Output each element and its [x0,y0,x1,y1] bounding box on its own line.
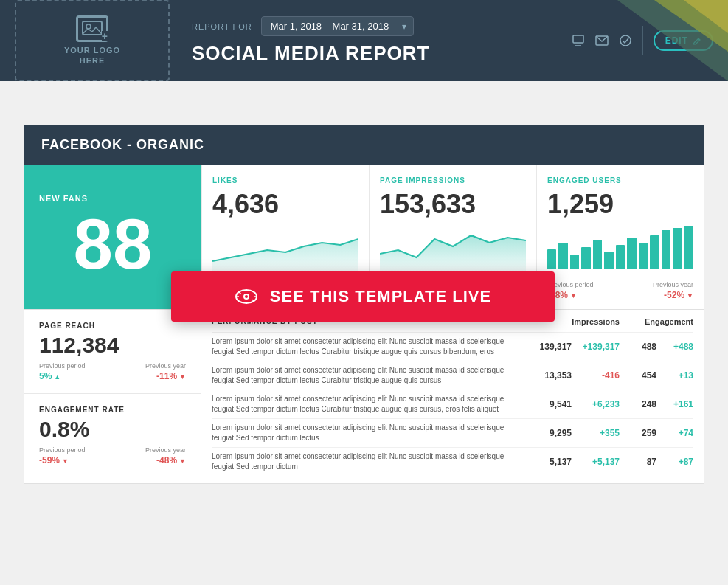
arrow-down-icon3 [687,290,693,300]
report-title: SOCIAL MEDIA REPORT [192,42,561,65]
bar [627,238,636,269]
perf-desc: Lorem ipsum dolor sit amet consectetur a… [212,423,527,443]
page-reach-value: 112,384 [39,333,186,358]
header: YOUR LOGO HERE REPORT FOR Mar 1, 2018 – … [0,0,728,81]
arrow-down-icon4 [179,371,186,381]
page-impressions-chart [380,224,526,275]
edit-button[interactable]: EDIT [654,30,713,51]
page-reach-footer: Previous period 5% Previous year -11% [39,362,186,381]
performance-rows: Lorem ipsum dolor sit amet consectetur a… [212,332,693,476]
perf-engagement: 259 [620,428,656,438]
perf-eng-delta: +74 [656,428,693,438]
engaged-users-chart [547,224,693,275]
pr-prev-year-value: -11% [156,371,186,381]
header-icons: EDIT [561,26,728,55]
download-icon[interactable] [572,34,585,47]
bar [570,255,579,269]
bar [650,235,659,269]
logo-text-line2: HERE [80,56,105,65]
bar [558,243,567,269]
svg-line-15 [239,292,241,294]
arrow-down-icon5 [62,455,69,465]
perf-eng-delta: +87 [656,457,693,467]
eye-icon [235,288,258,305]
perf-eng-delta: +161 [656,399,693,409]
perf-impressions: 139,317 [527,342,572,352]
performance-row: Lorem ipsum dolor sit amet consectetur a… [212,361,693,390]
page-impressions-value: 153,633 [380,189,526,220]
logo-text-line1: YOUR LOGO [64,46,120,55]
performance-row: Lorem ipsum dolor sit amet consectetur a… [212,390,693,418]
page-reach-label: PAGE REACH [39,322,186,330]
perf-desc: Lorem ipsum dolor sit amet consectetur a… [212,451,527,472]
perf-impressions: 5,137 [527,457,572,467]
bar [593,240,602,269]
date-range-select[interactable]: Mar 1, 2018 – Mar 31, 2018 [261,16,414,36]
engagement-rate-footer: Previous period -59% Previous year -48% [39,446,186,465]
er-prev-year-label: Previous year [145,446,186,454]
engagement-rate-box: ENGAGEMENT RATE 0.8% Previous period -59… [24,394,201,477]
pr-prev-period-value: 5% [39,371,60,381]
report-for-label: REPORT FOR [192,22,252,31]
bar [684,226,693,269]
new-fans-value: 88 [74,209,153,280]
bar [581,247,590,269]
bar [662,230,670,269]
perf-desc: Lorem ipsum dolor sit amet consectetur a… [212,336,527,357]
bar [604,252,613,269]
perf-engagement: 87 [620,457,656,467]
bar [673,228,682,269]
logo-placeholder-icon [76,15,108,42]
svg-rect-5 [573,35,583,43]
bar [616,245,625,269]
arrow-down-icon6 [179,455,186,465]
check-circle-icon[interactable] [619,34,632,47]
engaged-users-col: ENGAGED USERS 1,259 Previous period -58%… [536,165,704,309]
er-prev-period-label: Previous period [39,446,86,454]
left-metrics: PAGE REACH 112,384 Previous period 5% Pr… [24,310,201,483]
er-prev-year-value: -48% [156,455,186,465]
perf-impressions: 9,541 [527,399,572,409]
header-middle: REPORT FOR Mar 1, 2018 – Mar 31, 2018 ▾ … [184,16,561,65]
engaged-users-label: ENGAGED USERS [547,176,693,184]
perf-desc: Lorem ipsum dolor sit amet consectetur a… [212,365,527,386]
er-prev-period-value: -59% [39,455,69,465]
engagement-rate-value: 0.8% [39,417,186,442]
section-header: FACEBOOK - ORGANIC [24,125,704,165]
eu-prev-year-value: -52% [664,290,693,300]
likes-value: 4,636 [212,189,358,220]
perf-engagement: 248 [620,399,656,409]
perf-imp-delta: -416 [572,370,620,381]
svg-rect-0 [83,21,102,35]
perf-desc: Lorem ipsum dolor sit amet consectetur a… [212,394,527,415]
email-icon[interactable] [595,35,609,46]
arrow-down-icon2 [570,290,577,300]
engagement-rate-label: ENGAGEMENT RATE [39,406,186,414]
perf-impressions: 13,353 [527,370,572,381]
likes-label: LIKES [212,176,358,184]
divider [561,26,561,55]
performance-row: Lorem ipsum dolor sit amet consectetur a… [212,418,693,447]
date-range-dropdown[interactable]: Mar 1, 2018 – Mar 31, 2018 ▾ [261,16,414,36]
perf-imp-delta: +355 [572,428,620,438]
svg-point-1 [86,24,91,29]
perf-engagement: 454 [620,370,656,381]
logo-area: YOUR LOGO HERE [15,0,170,81]
arrow-up-icon4 [54,371,60,381]
perf-eng-delta: +488 [656,342,693,352]
svg-point-8 [620,35,631,46]
performance-row: Lorem ipsum dolor sit amet consectetur a… [212,447,693,476]
bar [547,249,556,269]
perf-engagement: 488 [620,342,656,352]
divider2 [642,26,643,55]
svg-point-12 [245,295,248,298]
see-template-text: SEE THIS TEMPLATE LIVE [270,287,491,306]
perf-impressions: 9,295 [527,428,572,438]
perf-imp-delta: +5,137 [572,457,620,467]
spacer [0,81,728,125]
eu-prev-year-label: Previous year [653,281,693,288]
performance-table: PERFORMANCE BY POST Impressions Engageme… [201,310,704,483]
likes-chart [212,224,358,275]
see-template-banner[interactable]: SEE THIS TEMPLATE LIVE [171,271,555,322]
bottom-row: PAGE REACH 112,384 Previous period 5% Pr… [24,310,704,484]
